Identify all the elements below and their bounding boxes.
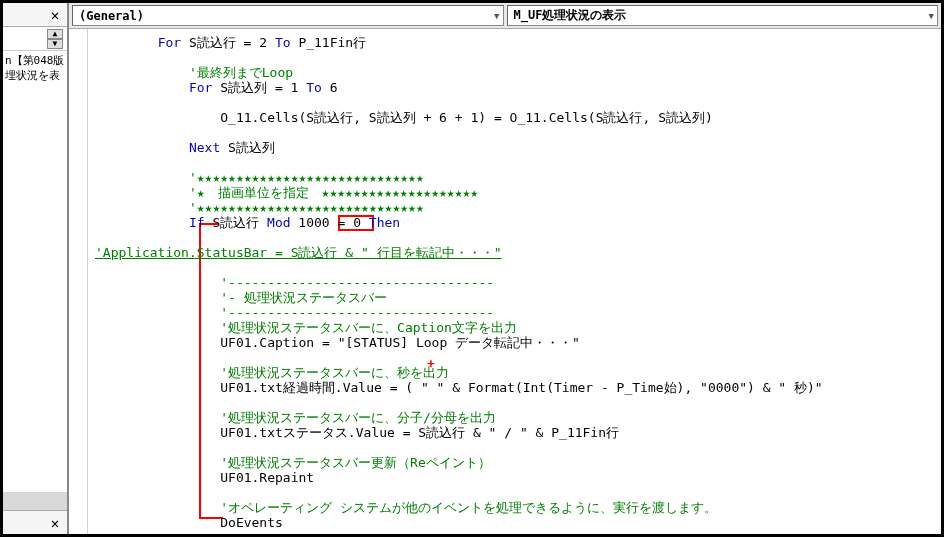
object-dropdown[interactable]: (General) ▼	[72, 5, 504, 26]
procedure-dropdown-value: M_UF処理状況の表示	[514, 7, 627, 24]
left-pane-top-bar: ✕	[3, 3, 67, 27]
code-area[interactable]: + For S読込行 = 2 To P_11Fin行 '最終列までLoop Fo…	[69, 29, 941, 534]
close-icon[interactable]: ✕	[46, 6, 64, 24]
tree-item[interactable]: n【第048版	[5, 53, 65, 68]
right-pane: (General) ▼ M_UF処理状況の表示 ▼ + For S読込行 = 2…	[69, 3, 941, 534]
close-icon[interactable]: ✕	[46, 514, 64, 532]
object-dropdown-value: (General)	[79, 9, 144, 23]
left-pane-bottom-bar: ✕	[3, 510, 67, 534]
left-pane: ✕ ▲ ▼ n【第048版 埋状況を表 ✕	[3, 3, 69, 534]
chevron-down-icon: ▼	[929, 11, 934, 21]
tree-item[interactable]: 埋状況を表	[5, 68, 65, 83]
chevron-up-icon[interactable]: ▲	[47, 29, 63, 39]
spinner-control[interactable]: ▲ ▼	[47, 29, 63, 49]
chevron-down-icon[interactable]: ▼	[47, 39, 63, 49]
left-tree-body[interactable]: n【第048版 埋状況を表	[3, 51, 67, 492]
left-strip	[3, 492, 67, 510]
app-window: ✕ ▲ ▼ n【第048版 埋状況を表 ✕ (General) ▼ M_UF処理…	[0, 0, 944, 537]
code-content: For S読込行 = 2 To P_11Fin行 '最終列までLoop For …	[69, 29, 941, 534]
chevron-down-icon: ▼	[494, 11, 499, 21]
dropdown-bar: (General) ▼ M_UF処理状況の表示 ▼	[69, 3, 941, 29]
procedure-dropdown[interactable]: M_UF処理状況の表示 ▼	[507, 5, 939, 26]
left-spinner-row: ▲ ▼	[3, 27, 67, 51]
